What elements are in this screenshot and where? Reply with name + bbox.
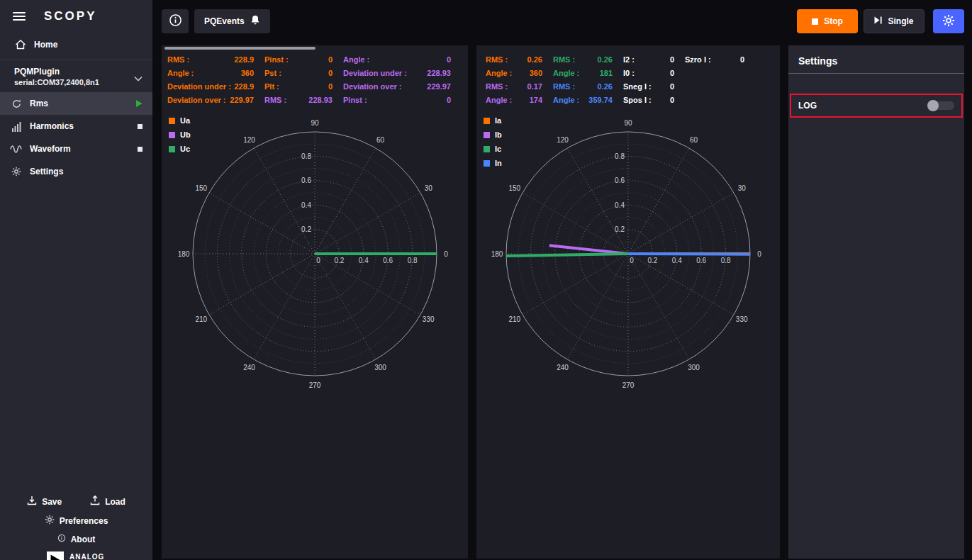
stop-button[interactable]: Stop xyxy=(797,9,858,33)
stats-row: RMS :0.26RMS :0.26I2 :0Szro I :0 xyxy=(486,52,780,66)
log-toggle[interactable] xyxy=(927,100,954,111)
stat-cell: RMS :0.17 xyxy=(486,82,542,91)
svg-text:0: 0 xyxy=(316,257,320,264)
svg-text:0.8: 0.8 xyxy=(615,152,625,160)
brand-line-1: ANALOG xyxy=(69,553,106,560)
home-icon xyxy=(14,40,27,50)
current-polar-plot: 030609012015018021024027030033000.20.20.… xyxy=(476,102,780,503)
load-button[interactable]: Load xyxy=(90,495,125,508)
sidebar-item-home[interactable]: Home xyxy=(0,33,152,60)
svg-text:0: 0 xyxy=(630,257,634,264)
svg-text:120: 120 xyxy=(243,136,255,144)
sidebar-item-waveform[interactable]: Waveform xyxy=(0,138,152,160)
stop-label: Stop xyxy=(824,16,843,26)
info-button[interactable] xyxy=(162,9,189,33)
tool-label: Settings xyxy=(30,167,63,177)
tool-label: Rms xyxy=(30,99,48,108)
stat-cell: RMS :0.26 xyxy=(553,55,613,64)
svg-text:240: 240 xyxy=(243,364,255,371)
stat-cell: Deviation under :228.93 xyxy=(343,69,451,77)
stop-square-icon xyxy=(812,18,818,25)
sidebar-tools: RmsHarmonicsWaveformSettings xyxy=(0,92,152,183)
stat-cell: Deviation under :228.9 xyxy=(167,82,254,91)
about-label: About xyxy=(71,534,96,544)
scopy-logo: SCOPY xyxy=(44,9,97,23)
sidebar-item-settings[interactable]: Settings xyxy=(0,160,152,183)
svg-text:0.4: 0.4 xyxy=(672,257,682,264)
stats-row: Angle :360Pst :0Deviation under :228.93 xyxy=(167,66,468,79)
plugin-name: PQMPlugin xyxy=(14,67,143,77)
stats-scrollbar[interactable] xyxy=(164,47,315,50)
chevron-down-icon[interactable] xyxy=(134,72,143,84)
sidebar-item-pqmplugin[interactable]: PQMPlugin serial:COM37,2400,8n1 xyxy=(0,60,152,92)
load-icon xyxy=(90,495,100,508)
svg-text:60: 60 xyxy=(376,136,385,144)
pqevents-label: PQEvents xyxy=(204,16,245,26)
svg-text:180: 180 xyxy=(178,250,190,258)
sidebar-item-rms[interactable]: Rms xyxy=(0,92,152,115)
svg-text:330: 330 xyxy=(736,315,748,323)
toggle-knob xyxy=(927,100,939,111)
svg-text:270: 270 xyxy=(309,381,321,389)
preferences-label: Preferences xyxy=(60,516,108,526)
info-icon xyxy=(57,534,66,544)
preferences-button[interactable]: Preferences xyxy=(45,515,108,527)
svg-text:90: 90 xyxy=(311,119,319,127)
single-label: Single xyxy=(888,16,913,26)
topbar: PQEvents Stop Single xyxy=(152,0,972,43)
svg-text:0.6: 0.6 xyxy=(615,177,625,184)
stat-cell: Sneg I :0 xyxy=(623,82,674,91)
sidebar-item-harmonics[interactable]: Harmonics xyxy=(0,115,152,138)
about-button[interactable]: About xyxy=(57,534,96,544)
stop-indicator-icon[interactable] xyxy=(138,147,143,152)
scopy-app: SCOPY Home PQMPlugin serial:COM37,2400,8… xyxy=(0,0,972,560)
svg-text:0: 0 xyxy=(444,250,448,258)
svg-text:0.6: 0.6 xyxy=(696,257,706,264)
plugin-serial: serial:COM37,2400,8n1 xyxy=(14,78,143,86)
svg-text:0.4: 0.4 xyxy=(359,257,369,264)
stats-row: Deviation under :228.9Plt :0Deviation ov… xyxy=(167,79,468,93)
run-indicator-icon[interactable] xyxy=(135,99,143,108)
settings-title: Settings xyxy=(788,45,964,73)
plugin-settings-button[interactable] xyxy=(933,9,964,33)
waveform-icon xyxy=(10,145,23,154)
svg-text:330: 330 xyxy=(423,315,435,323)
stat-cell: Angle :360 xyxy=(167,69,254,77)
svg-text:0: 0 xyxy=(757,250,761,258)
single-button[interactable]: Single xyxy=(864,9,924,33)
stop-indicator-icon[interactable] xyxy=(138,124,143,129)
main-area: PQEvents Stop Single RMS :228.9Pinst :0A… xyxy=(152,0,972,560)
svg-text:0.8: 0.8 xyxy=(301,152,311,160)
svg-text:0.6: 0.6 xyxy=(383,257,393,264)
save-button[interactable]: Save xyxy=(27,495,62,508)
sidebar-header: SCOPY xyxy=(0,0,152,33)
svg-text:0.2: 0.2 xyxy=(647,257,657,264)
stat-cell: Angle :360 xyxy=(486,69,542,77)
svg-text:0.2: 0.2 xyxy=(615,225,625,233)
rms-icon xyxy=(10,99,23,109)
bell-icon xyxy=(250,15,260,28)
content: RMS :228.9Pinst :0Angle :0Angle :360Pst … xyxy=(152,43,972,560)
menu-icon[interactable] xyxy=(13,12,26,21)
stat-cell: Pst :0 xyxy=(264,69,333,77)
voltage-stats: RMS :228.9Pinst :0Angle :0Angle :360Pst … xyxy=(162,45,468,106)
svg-text:180: 180 xyxy=(491,250,503,258)
stat-cell: RMS :0.26 xyxy=(486,55,542,64)
svg-text:120: 120 xyxy=(557,136,569,144)
annotation-highlight: LOG xyxy=(790,94,963,118)
svg-text:300: 300 xyxy=(374,364,386,371)
stat-cell: Angle :181 xyxy=(553,69,613,77)
sidebar-footer: Save Load Preferences About ANALOG DEV xyxy=(0,495,152,560)
analog-devices-logo: ANALOG DEVICES xyxy=(47,551,106,560)
current-chart-panel: RMS :0.26RMS :0.26I2 :0Szro I :0Angle :3… xyxy=(476,45,780,559)
svg-text:270: 270 xyxy=(622,381,635,389)
stat-cell: Pinst :0 xyxy=(264,55,333,64)
svg-text:0.8: 0.8 xyxy=(721,257,731,264)
save-label: Save xyxy=(42,497,62,507)
pqevents-button[interactable]: PQEvents xyxy=(194,9,270,33)
gear-small-icon xyxy=(10,167,23,177)
svg-text:150: 150 xyxy=(195,184,207,192)
svg-text:150: 150 xyxy=(508,184,520,192)
load-label: Load xyxy=(105,497,125,507)
voltage-chart-panel: RMS :228.9Pinst :0Angle :0Angle :360Pst … xyxy=(162,45,468,559)
